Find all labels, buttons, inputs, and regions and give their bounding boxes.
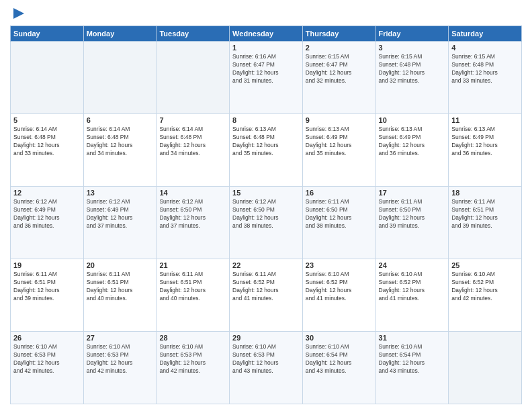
day-info: Sunrise: 6:11 AM Sunset: 6:52 PM Dayligh…: [232, 271, 300, 303]
day-number: 5: [13, 116, 81, 124]
day-number: 31: [379, 334, 446, 342]
day-number: 14: [159, 189, 226, 197]
day-info: Sunrise: 6:10 AM Sunset: 6:54 PM Dayligh…: [306, 343, 373, 375]
calendar-page: SundayMondayTuesdayWednesdayThursdayFrid…: [0, 0, 532, 411]
day-number: 10: [379, 116, 446, 124]
calendar-cell: 2Sunrise: 6:15 AM Sunset: 6:47 PM Daylig…: [302, 42, 375, 114]
weekday-header-tuesday: Tuesday: [157, 26, 230, 42]
calendar-week-row: 1Sunrise: 6:16 AM Sunset: 6:47 PM Daylig…: [11, 42, 522, 114]
day-info: Sunrise: 6:10 AM Sunset: 6:52 PM Dayligh…: [451, 271, 519, 303]
day-info: Sunrise: 6:10 AM Sunset: 6:52 PM Dayligh…: [306, 271, 373, 303]
day-number: 23: [306, 261, 373, 269]
calendar-cell: 3Sunrise: 6:15 AM Sunset: 6:48 PM Daylig…: [375, 42, 449, 114]
calendar-week-row: 19Sunrise: 6:11 AM Sunset: 6:51 PM Dayli…: [11, 259, 522, 332]
weekday-header-thursday: Thursday: [302, 26, 375, 42]
day-number: 4: [451, 44, 519, 52]
day-number: 8: [232, 116, 300, 124]
day-info: Sunrise: 6:12 AM Sunset: 6:49 PM Dayligh…: [13, 198, 81, 230]
calendar-cell: 6Sunrise: 6:14 AM Sunset: 6:48 PM Daylig…: [83, 114, 157, 187]
day-info: Sunrise: 6:10 AM Sunset: 6:53 PM Dayligh…: [13, 343, 81, 375]
day-info: Sunrise: 6:10 AM Sunset: 6:53 PM Dayligh…: [159, 343, 226, 375]
calendar-week-row: 12Sunrise: 6:12 AM Sunset: 6:49 PM Dayli…: [11, 187, 522, 259]
day-number: 18: [451, 189, 519, 197]
calendar-cell: 20Sunrise: 6:11 AM Sunset: 6:51 PM Dayli…: [83, 259, 157, 332]
calendar-cell: 1Sunrise: 6:16 AM Sunset: 6:47 PM Daylig…: [230, 42, 303, 114]
weekday-header-sunday: Sunday: [11, 26, 84, 42]
calendar-cell: 24Sunrise: 6:10 AM Sunset: 6:52 PM Dayli…: [375, 259, 449, 332]
calendar-week-row: 26Sunrise: 6:10 AM Sunset: 6:53 PM Dayli…: [11, 332, 522, 404]
calendar-cell: 16Sunrise: 6:11 AM Sunset: 6:50 PM Dayli…: [302, 187, 375, 259]
day-number: 25: [451, 261, 519, 269]
day-info: Sunrise: 6:13 AM Sunset: 6:49 PM Dayligh…: [379, 126, 446, 158]
calendar-cell: 25Sunrise: 6:10 AM Sunset: 6:52 PM Dayli…: [449, 259, 522, 332]
day-info: Sunrise: 6:10 AM Sunset: 6:53 PM Dayligh…: [232, 343, 300, 375]
day-info: Sunrise: 6:10 AM Sunset: 6:54 PM Dayligh…: [379, 343, 446, 375]
calendar-table: SundayMondayTuesdayWednesdayThursdayFrid…: [10, 26, 522, 404]
calendar-cell: 8Sunrise: 6:13 AM Sunset: 6:48 PM Daylig…: [230, 114, 303, 187]
day-number: 21: [159, 261, 226, 269]
day-info: Sunrise: 6:11 AM Sunset: 6:51 PM Dayligh…: [159, 271, 226, 303]
day-number: 24: [379, 261, 446, 269]
day-info: Sunrise: 6:11 AM Sunset: 6:50 PM Dayligh…: [306, 198, 373, 230]
day-number: 27: [87, 334, 154, 342]
weekday-header-wednesday: Wednesday: [230, 26, 303, 42]
day-info: Sunrise: 6:14 AM Sunset: 6:48 PM Dayligh…: [87, 126, 154, 158]
calendar-cell: [157, 42, 230, 114]
logo-icon: [12, 7, 26, 20]
day-number: 9: [306, 116, 373, 124]
calendar-cell: 5Sunrise: 6:14 AM Sunset: 6:48 PM Daylig…: [11, 114, 84, 187]
calendar-cell: [11, 42, 84, 114]
calendar-cell: [83, 42, 157, 114]
calendar-cell: 27Sunrise: 6:10 AM Sunset: 6:53 PM Dayli…: [83, 332, 157, 404]
weekday-header-friday: Friday: [375, 26, 449, 42]
svg-marker-0: [13, 8, 24, 19]
calendar-cell: 7Sunrise: 6:14 AM Sunset: 6:48 PM Daylig…: [157, 114, 230, 187]
weekday-header-monday: Monday: [83, 26, 157, 42]
day-info: Sunrise: 6:13 AM Sunset: 6:49 PM Dayligh…: [451, 126, 519, 158]
day-info: Sunrise: 6:11 AM Sunset: 6:50 PM Dayligh…: [379, 198, 446, 230]
day-number: 11: [451, 116, 519, 124]
day-number: 17: [379, 189, 446, 197]
calendar-cell: 12Sunrise: 6:12 AM Sunset: 6:49 PM Dayli…: [11, 187, 84, 259]
calendar-cell: 13Sunrise: 6:12 AM Sunset: 6:49 PM Dayli…: [83, 187, 157, 259]
header: [10, 7, 522, 20]
calendar-cell: 29Sunrise: 6:10 AM Sunset: 6:53 PM Dayli…: [230, 332, 303, 404]
day-number: 26: [13, 334, 81, 342]
day-number: 2: [306, 44, 373, 52]
calendar-cell: 4Sunrise: 6:15 AM Sunset: 6:48 PM Daylig…: [449, 42, 522, 114]
calendar-cell: [449, 332, 522, 404]
calendar-cell: 11Sunrise: 6:13 AM Sunset: 6:49 PM Dayli…: [449, 114, 522, 187]
day-info: Sunrise: 6:16 AM Sunset: 6:47 PM Dayligh…: [232, 53, 300, 85]
day-number: 12: [13, 189, 81, 197]
calendar-cell: 17Sunrise: 6:11 AM Sunset: 6:50 PM Dayli…: [375, 187, 449, 259]
day-info: Sunrise: 6:13 AM Sunset: 6:48 PM Dayligh…: [232, 126, 300, 158]
calendar-cell: 23Sunrise: 6:10 AM Sunset: 6:52 PM Dayli…: [302, 259, 375, 332]
calendar-cell: 26Sunrise: 6:10 AM Sunset: 6:53 PM Dayli…: [11, 332, 84, 404]
day-info: Sunrise: 6:15 AM Sunset: 6:48 PM Dayligh…: [379, 53, 446, 85]
day-info: Sunrise: 6:14 AM Sunset: 6:48 PM Dayligh…: [13, 126, 81, 158]
day-number: 30: [306, 334, 373, 342]
day-info: Sunrise: 6:10 AM Sunset: 6:52 PM Dayligh…: [379, 271, 446, 303]
day-number: 20: [87, 261, 154, 269]
day-number: 15: [232, 189, 300, 197]
day-number: 1: [232, 44, 300, 52]
day-info: Sunrise: 6:13 AM Sunset: 6:49 PM Dayligh…: [306, 126, 373, 158]
day-number: 16: [306, 189, 373, 197]
calendar-cell: 10Sunrise: 6:13 AM Sunset: 6:49 PM Dayli…: [375, 114, 449, 187]
calendar-cell: 14Sunrise: 6:12 AM Sunset: 6:50 PM Dayli…: [157, 187, 230, 259]
day-info: Sunrise: 6:15 AM Sunset: 6:48 PM Dayligh…: [451, 53, 519, 85]
day-info: Sunrise: 6:12 AM Sunset: 6:50 PM Dayligh…: [159, 198, 226, 230]
day-number: 19: [13, 261, 81, 269]
day-number: 29: [232, 334, 300, 342]
day-number: 7: [159, 116, 226, 124]
weekday-header-row: SundayMondayTuesdayWednesdayThursdayFrid…: [11, 26, 522, 42]
day-info: Sunrise: 6:11 AM Sunset: 6:51 PM Dayligh…: [13, 271, 81, 303]
day-number: 6: [87, 116, 154, 124]
day-info: Sunrise: 6:12 AM Sunset: 6:50 PM Dayligh…: [232, 198, 300, 230]
calendar-cell: 19Sunrise: 6:11 AM Sunset: 6:51 PM Dayli…: [11, 259, 84, 332]
calendar-cell: 18Sunrise: 6:11 AM Sunset: 6:51 PM Dayli…: [449, 187, 522, 259]
calendar-cell: 15Sunrise: 6:12 AM Sunset: 6:50 PM Dayli…: [230, 187, 303, 259]
calendar-cell: 21Sunrise: 6:11 AM Sunset: 6:51 PM Dayli…: [157, 259, 230, 332]
calendar-cell: 31Sunrise: 6:10 AM Sunset: 6:54 PM Dayli…: [375, 332, 449, 404]
day-number: 28: [159, 334, 226, 342]
